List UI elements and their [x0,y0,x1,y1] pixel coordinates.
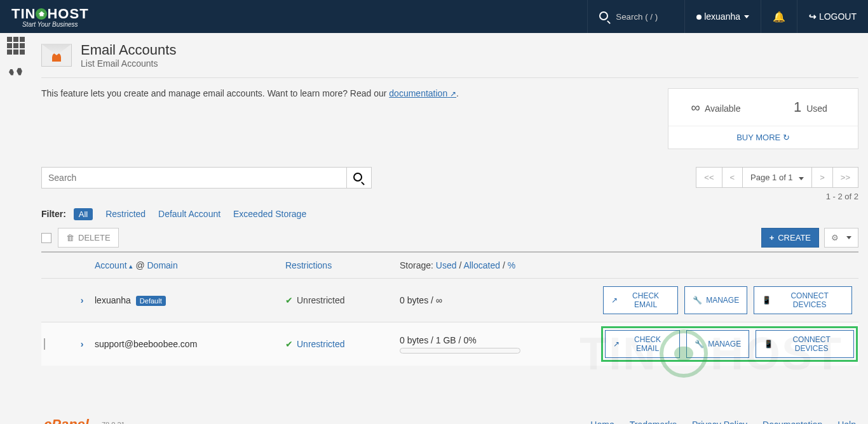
side-strip [0,33,32,424]
brand-logo[interactable]: TINHOST Start Your Business [0,3,100,30]
action-bar: DELETE CREATE [41,228,858,248]
check-email-button[interactable]: CHECK EMAIL [603,286,678,314]
filter-restricted[interactable]: Restricted [105,209,146,219]
filter-bar: Filter: All Restricted Default Account E… [41,209,858,219]
apps-grid-button[interactable] [0,33,32,58]
stat-used: 1 Used [763,89,858,126]
row-checkbox[interactable] [44,338,45,350]
pager-prev[interactable]: < [722,168,743,187]
pager-first[interactable]: << [696,168,721,187]
chevron-down-icon [744,15,749,18]
check-email-button[interactable]: CHECK EMAIL [605,330,680,358]
external-link-icon [450,88,456,98]
connect-devices-button[interactable]: CONNECT DEVICES [754,286,852,314]
users-button[interactable] [0,58,32,84]
account-name: support@beeboobee.com [95,339,197,349]
expand-row-button[interactable]: › [69,339,95,349]
brand-name: TINHOST [11,6,89,22]
default-badge: Default [136,296,166,306]
footer-link[interactable]: Privacy Policy [692,420,747,424]
email-icon [41,44,72,67]
footer-link[interactable]: Trademarks [630,420,677,424]
logout-label: LOGOUT [819,11,857,22]
plus-icon [770,233,775,242]
ext-icon [613,340,620,348]
footer-link[interactable]: Help [837,420,856,424]
topbar: TINHOST Start Your Business lexuanha LOG… [0,0,868,33]
sort-asc-icon [129,260,133,270]
filter-default[interactable]: Default Account [158,209,220,219]
brand-tagline: Start Your Business [22,21,78,28]
global-search[interactable] [587,0,684,33]
notifications-button[interactable] [761,0,797,33]
search-icon [353,174,365,183]
connect-devices-button[interactable]: CONNECT DEVICES [756,330,854,358]
footer: cPanel 78.0.21 HomeTrademarksPrivacy Pol… [41,416,858,424]
footer-links: HomeTrademarksPrivacy PolicyDocumentatio… [590,420,856,424]
footer-link[interactable]: Home [590,420,614,424]
search-icon [599,11,611,22]
grid-icon [7,37,25,55]
footer-link[interactable]: Documentation [763,420,822,424]
check-icon: ✔ [285,295,293,305]
col-used[interactable]: Used [436,260,457,270]
chevron-down-icon [846,236,851,239]
manage-button[interactable]: MANAGE [686,330,749,358]
filter-label: Filter: [41,209,66,219]
table-search-button[interactable] [346,167,372,189]
pager-next[interactable]: > [811,168,832,187]
documentation-link[interactable]: documentation [389,88,456,98]
filter-all[interactable]: All [74,208,93,220]
pager-label[interactable]: Page 1 of 1 [742,168,811,187]
logout-icon [809,11,817,22]
people-icon [9,65,23,77]
mobile-icon [762,296,771,305]
storage-value: 0 bytes / 1 GB / 0% [400,335,603,345]
filter-exceeded[interactable]: Exceeded Storage [233,209,306,219]
gear-icon [831,233,839,242]
check-icon: ✔ [285,339,293,349]
pager-last[interactable]: >> [832,168,858,187]
col-domain[interactable]: Domain [147,260,177,270]
col-percent[interactable]: % [508,260,515,270]
chevron-down-icon [799,177,804,180]
expand-row-button[interactable]: › [69,295,95,305]
bell-icon [773,11,785,23]
table-row: ›lexuanhaDefault✔Unrestricted0 bytes / ∞… [41,278,858,322]
global-search-input[interactable] [616,12,673,22]
accounts-table: Account @ Domain Restrictions Storage: U… [41,251,858,366]
page-header: Email Accounts List Email Accounts [41,39,858,78]
home-icon [36,8,47,20]
mobile-icon [764,340,773,348]
user-menu[interactable]: lexuanha [684,0,761,33]
intro-text: This feature lets you create and manage … [41,88,655,98]
ext-icon [611,296,618,305]
user-icon [696,11,702,22]
restriction-value[interactable]: Unrestricted [297,339,344,349]
col-allocated[interactable]: Allocated [463,260,500,270]
create-button[interactable]: CREATE [761,228,819,248]
buy-more-button[interactable]: BUY MORE [668,126,858,149]
col-restrictions[interactable]: Restrictions [285,260,332,270]
stat-available: Available [668,89,763,126]
account-name: lexuanha [95,295,131,305]
page-title: Email Accounts [81,42,176,58]
settings-menu-button[interactable] [824,228,858,248]
quota-panel: Available 1 Used BUY MORE [668,88,858,149]
col-account[interactable]: Account [95,260,133,270]
pager: << < Page 1 of 1 > >> 1 - 2 of 2 [696,167,858,201]
infinity-icon [691,99,700,115]
restriction-value: Unrestricted [297,295,344,305]
wrench-icon [695,340,704,348]
col-storage: Storage: Used / Allocated / % [400,260,603,270]
user-name: lexuanha [704,11,740,22]
logout-button[interactable]: LOGOUT [797,0,868,33]
page-subtitle: List Email Accounts [81,58,176,69]
delete-button[interactable]: DELETE [58,228,119,248]
cpanel-logo: cPanel [44,416,89,424]
table-search-input[interactable] [41,167,346,189]
manage-button[interactable]: MANAGE [684,286,747,314]
select-all-checkbox[interactable] [41,233,51,243]
storage-progress [400,348,520,354]
pager-range: 1 - 2 of 2 [696,192,858,201]
